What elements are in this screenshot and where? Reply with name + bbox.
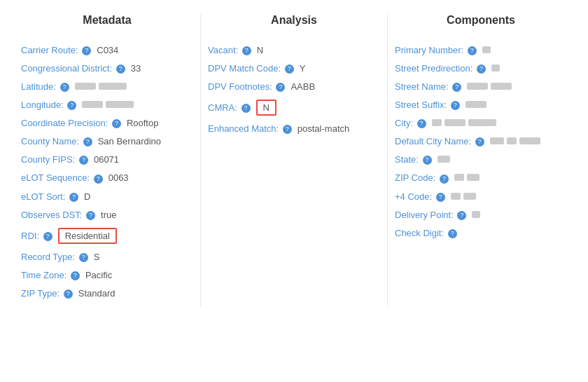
field-label-latitude: Latitude: ? (21, 81, 69, 92)
help-icon-check-digit[interactable]: ? (448, 229, 457, 238)
field-value-elot-sequence: 0063 (108, 172, 193, 183)
field-row-rdi: RDI: ?Residential (21, 228, 193, 244)
field-label-primary-number: Primary Number: ? (395, 45, 477, 55)
field-row-street-name: Street Name: ? (395, 81, 567, 92)
redacted-block (472, 211, 480, 218)
field-label-dpv-footnotes: DPV Footnotes: ? (208, 81, 285, 92)
field-value-plus4-code (451, 193, 567, 200)
field-value-state (438, 156, 567, 163)
help-icon-street-predirection[interactable]: ? (477, 64, 486, 74)
help-icon-record-type[interactable]: ? (79, 253, 88, 262)
redacted-block (491, 83, 512, 90)
main-columns: MetadataCarrier Route: ?C034Congressiona… (14, 14, 574, 306)
help-icon-primary-number[interactable]: ? (468, 46, 477, 55)
help-icon-cmra[interactable]: ? (241, 104, 251, 113)
field-row-coordinate-precision: Coordinate Precision: ?Rooftop (21, 118, 193, 128)
help-icon-elot-sequence[interactable]: ? (94, 175, 103, 184)
field-label-street-name: Street Name: ? (395, 81, 461, 92)
redacted-group-latitude (75, 83, 194, 90)
redacted-group-state (438, 156, 567, 163)
help-icon-street-name[interactable]: ? (452, 83, 461, 92)
column-analysis: AnalysisVacant: ?NDPV Match Code: ?YDPV … (200, 14, 387, 306)
help-icon-elot-sort[interactable]: ? (69, 193, 78, 202)
help-icon-delivery-point[interactable]: ? (457, 211, 466, 220)
field-label-county-fips: County FIPS: ? (21, 154, 88, 165)
field-value-latitude (75, 83, 194, 90)
redacted-block (507, 137, 517, 144)
help-icon-dpv-match-code[interactable]: ? (285, 64, 294, 74)
redacted-block (482, 46, 491, 53)
help-icon-congressional-district[interactable]: ? (116, 64, 125, 74)
help-icon-default-city-name[interactable]: ? (475, 137, 484, 146)
field-label-plus4-code: +4 Code: ? (395, 191, 445, 202)
help-icon-longitude[interactable]: ? (67, 101, 76, 110)
field-value-street-suffix (465, 101, 567, 108)
field-value-record-type: S (94, 252, 193, 262)
help-icon-dpv-footnotes[interactable]: ? (276, 83, 285, 92)
redacted-block (491, 64, 500, 71)
help-icon-enhanced-match[interactable]: ? (283, 125, 292, 134)
redacted-block (454, 174, 464, 181)
redacted-group-delivery-point (472, 211, 567, 218)
help-icon-carrier-route[interactable]: ? (82, 46, 91, 55)
field-row-elot-sort: eLOT Sort: ?D (21, 191, 193, 202)
field-row-elot-sequence: eLOT Sequence: ?0063 (21, 172, 193, 183)
field-label-zip-code: ZIP Code: ? (395, 172, 449, 183)
help-icon-street-suffix[interactable]: ? (451, 101, 460, 110)
field-value-county-fips: 06071 (94, 154, 193, 165)
redacted-group-street-suffix (465, 101, 567, 108)
field-label-time-zone: Time Zone: ? (21, 270, 80, 280)
field-row-vacant: Vacant: ?N (208, 45, 380, 55)
field-value-time-zone: Pacific (85, 270, 193, 280)
redacted-block (467, 83, 488, 90)
field-row-county-name: County Name: ?San Bernardino (21, 136, 193, 146)
highlighted-value-rdi: Residential (58, 228, 117, 244)
field-row-default-city-name: Default City Name: ? (395, 136, 567, 146)
field-value-coordinate-precision: Rooftop (127, 118, 193, 128)
field-label-longitude: Longitude: ? (21, 100, 76, 110)
help-icon-vacant[interactable]: ? (242, 46, 251, 55)
redacted-group-longitude (82, 101, 193, 108)
column-metadata: MetadataCarrier Route: ?C034Congressiona… (14, 14, 200, 306)
redacted-group-street-name (467, 83, 567, 90)
redacted-block (465, 101, 486, 108)
field-label-rdi: RDI: ? (21, 231, 52, 241)
redacted-block (432, 119, 442, 126)
field-label-state: State: ? (395, 154, 432, 165)
field-row-latitude: Latitude: ? (21, 81, 193, 92)
field-label-check-digit: Check Digit: ? (395, 228, 457, 238)
help-icon-latitude[interactable]: ? (60, 83, 69, 92)
field-value-elot-sort: D (84, 191, 193, 202)
field-value-delivery-point (472, 211, 567, 218)
field-label-elot-sort: eLOT Sort: ? (21, 191, 78, 202)
help-icon-rdi[interactable]: ? (43, 232, 52, 241)
field-label-carrier-route: Carrier Route: ? (21, 45, 91, 55)
field-value-zip-code (454, 174, 567, 181)
help-icon-zip-type[interactable]: ? (64, 289, 73, 299)
metadata-header: Metadata (21, 14, 193, 32)
redacted-block (451, 193, 461, 200)
field-label-street-predirection: Street Predirection: ? (395, 63, 486, 74)
help-icon-city[interactable]: ? (417, 119, 426, 128)
field-row-enhanced-match: Enhanced Match: ?postal-match (208, 123, 380, 134)
field-row-street-predirection: Street Predirection: ? (395, 63, 567, 74)
redacted-block (82, 101, 103, 108)
help-icon-county-name[interactable]: ? (83, 137, 92, 146)
help-icon-zip-code[interactable]: ? (440, 175, 449, 184)
help-icon-county-fips[interactable]: ? (79, 156, 88, 165)
column-components: ComponentsPrimary Number: ?Street Predir… (387, 14, 574, 306)
field-value-county-name: San Bernardino (98, 136, 193, 146)
help-icon-coordinate-precision[interactable]: ? (112, 119, 121, 128)
redacted-block (519, 137, 540, 144)
help-icon-time-zone[interactable]: ? (71, 271, 80, 280)
field-row-primary-number: Primary Number: ? (395, 45, 567, 55)
help-icon-plus4-code[interactable]: ? (436, 193, 445, 202)
help-icon-state[interactable]: ? (423, 156, 432, 165)
field-label-record-type: Record Type: ? (21, 252, 88, 262)
field-row-county-fips: County FIPS: ?06071 (21, 154, 193, 165)
field-row-time-zone: Time Zone: ?Pacific (21, 270, 193, 280)
help-icon-observes-dst[interactable]: ? (86, 211, 95, 220)
field-value-default-city-name (490, 137, 567, 144)
field-label-congressional-district: Congressional District: ? (21, 63, 125, 74)
field-value-longitude (82, 101, 193, 108)
